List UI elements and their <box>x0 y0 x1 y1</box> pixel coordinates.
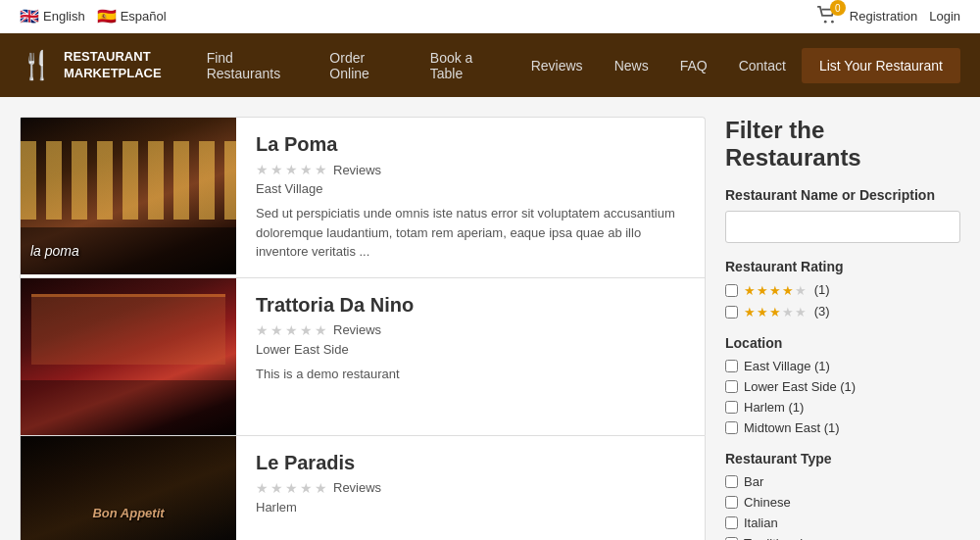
filter-chinese-label[interactable]: Chinese <box>744 495 791 510</box>
restaurant-image-3: Bon Appetit <box>21 436 236 541</box>
filter-rating-4: ★★★★★ (1) <box>725 282 960 298</box>
table-row: Trattoria Da Nino ★ ★ ★ ★ ★ Reviews Lowe… <box>20 277 706 435</box>
filter-name-input[interactable] <box>725 211 960 243</box>
stars-4: ★★★★★ <box>744 283 807 298</box>
restaurant-name[interactable]: La Poma <box>256 133 685 156</box>
filter-name-label: Restaurant Name or Description <box>725 187 960 203</box>
filter-location-east-village: East Village (1) <box>725 359 960 373</box>
top-right-group: 0 Registration Login <box>816 6 960 26</box>
main-container: la poma La Poma ★ ★ ★ ★ ★ Reviews <box>0 97 980 540</box>
restaurant-location: East Village <box>256 181 685 196</box>
filter-harlem-label[interactable]: Harlem (1) <box>744 400 804 415</box>
list-restaurant-button[interactable]: List Your Restaurant <box>802 48 960 83</box>
filter-location-harlem: Harlem (1) <box>725 400 960 415</box>
filter-type-italian: Italian <box>725 515 960 530</box>
registration-link[interactable]: Registration <box>850 9 917 24</box>
restaurant-location: Harlem <box>256 500 685 515</box>
restaurant-location: Lower East Side <box>256 342 685 357</box>
restaurant-info-3: Le Paradis ★ ★ ★ ★ ★ Reviews Harlem <box>236 436 705 541</box>
restaurant-rating: ★ ★ ★ ★ ★ Reviews <box>256 322 685 338</box>
filter-rating-3-label[interactable]: ★★★★★ (3) <box>744 304 830 319</box>
filter-italian-checkbox[interactable] <box>725 516 738 529</box>
filter-type-chinese: Chinese <box>725 495 960 510</box>
filter-midtown-east-label[interactable]: Midtown East (1) <box>744 420 840 435</box>
filter-type-bar: Bar <box>725 474 960 489</box>
nav-faq[interactable]: FAQ <box>664 33 723 97</box>
english-label: English <box>43 9 85 24</box>
filter-location-midtown-east: Midtown East (1) <box>725 420 960 435</box>
reviews-label[interactable]: Reviews <box>333 322 381 337</box>
svg-point-1 <box>831 21 834 24</box>
filter-harlem-checkbox[interactable] <box>725 401 738 414</box>
filter-east-village-checkbox[interactable] <box>725 360 738 372</box>
filter-rating-label: Restaurant Rating <box>725 259 960 274</box>
espanol-label: Español <box>121 9 167 24</box>
brand[interactable]: 🍴 RESTAURANT MARKETPLACE <box>20 49 162 82</box>
filter-location-label: Location <box>725 335 960 351</box>
rating-4-count: (1) <box>814 282 830 297</box>
table-row: la poma La Poma ★ ★ ★ ★ ★ Reviews <box>20 117 706 277</box>
nav-links: Find Restaurants Order Online Book a Tab… <box>191 33 802 97</box>
cart-icon[interactable]: 0 <box>816 6 838 26</box>
nav-reviews[interactable]: Reviews <box>515 33 599 97</box>
language-group: 🇬🇧 English 🇪🇸 Español <box>20 7 167 25</box>
restaurant-rating: ★ ★ ★ ★ ★ Reviews <box>256 480 685 496</box>
top-bar: 🇬🇧 English 🇪🇸 Español 0 Registration Log… <box>0 0 980 33</box>
nav-find-restaurants[interactable]: Find Restaurants <box>191 33 315 97</box>
reviews-label[interactable]: Reviews <box>333 163 381 177</box>
filter-rating-section: Restaurant Rating ★★★★★ (1) ★★★★★ (3) <box>725 259 960 319</box>
nav-news[interactable]: News <box>599 33 664 97</box>
english-flag: 🇬🇧 <box>20 7 39 25</box>
nav-order-online[interactable]: Order Online <box>314 33 414 97</box>
filter-rating-3: ★★★★★ (3) <box>725 304 960 319</box>
restaurant-rating: ★ ★ ★ ★ ★ Reviews <box>256 162 685 177</box>
filter-location-section: Location East Village (1) Lower East Sid… <box>725 335 960 435</box>
restaurant-info-2: Trattoria Da Nino ★ ★ ★ ★ ★ Reviews Lowe… <box>236 278 705 435</box>
filter-type-label: Restaurant Type <box>725 451 960 466</box>
filter-type-section: Restaurant Type Bar Chinese Italian Trad… <box>725 451 960 540</box>
login-link[interactable]: Login <box>929 9 960 24</box>
filter-panel: Filter the Restaurants Restaurant Name o… <box>725 117 960 540</box>
filter-lower-east-side-checkbox[interactable] <box>725 380 738 393</box>
restaurant-info-1: La Poma ★ ★ ★ ★ ★ Reviews East Village S… <box>236 118 705 277</box>
filter-lower-east-side-label[interactable]: Lower East Side (1) <box>744 379 856 394</box>
brand-text: RESTAURANT MARKETPLACE <box>64 49 162 82</box>
filter-name-section: Restaurant Name or Description <box>725 187 960 243</box>
lang-espanol[interactable]: 🇪🇸 Español <box>97 7 167 25</box>
filter-rating-3-checkbox[interactable] <box>725 306 738 319</box>
filter-bar-label[interactable]: Bar <box>744 474 763 489</box>
filter-location-lower-east-side: Lower East Side (1) <box>725 379 960 394</box>
restaurant-image-2 <box>21 278 236 435</box>
stars-3: ★★★★★ <box>744 305 807 319</box>
restaurant-image-1: la poma <box>21 118 236 274</box>
svg-point-0 <box>824 21 827 24</box>
restaurant-description: Sed ut perspiciatis unde omnis iste natu… <box>256 204 685 262</box>
cart-badge: 0 <box>830 0 846 16</box>
filter-traditional-label[interactable]: Traditional <box>744 536 803 540</box>
nav-book-table[interactable]: Book a Table <box>415 33 515 97</box>
rating-3-count: (3) <box>814 304 830 319</box>
restaurant-description: This is a demo restaurant <box>256 365 685 384</box>
espanol-flag: 🇪🇸 <box>97 7 117 25</box>
stars-display: ★ ★ ★ ★ ★ <box>256 162 327 177</box>
filter-rating-4-label[interactable]: ★★★★★ (1) <box>744 282 830 298</box>
nav-contact[interactable]: Contact <box>723 33 802 97</box>
filter-midtown-east-checkbox[interactable] <box>725 421 738 434</box>
filter-chinese-checkbox[interactable] <box>725 496 738 509</box>
filter-east-village-label[interactable]: East Village (1) <box>744 359 830 373</box>
filter-italian-label[interactable]: Italian <box>744 515 778 530</box>
stars-display: ★ ★ ★ ★ ★ <box>256 480 327 496</box>
stars-display: ★ ★ ★ ★ ★ <box>256 322 327 338</box>
restaurant-name[interactable]: Trattoria Da Nino <box>256 294 685 317</box>
filter-type-traditional: Traditional <box>725 536 960 540</box>
filter-bar-checkbox[interactable] <box>725 475 738 488</box>
main-nav: 🍴 RESTAURANT MARKETPLACE Find Restaurant… <box>0 33 980 97</box>
restaurant-list: la poma La Poma ★ ★ ★ ★ ★ Reviews <box>20 117 706 540</box>
table-row: Bon Appetit Le Paradis ★ ★ ★ ★ ★ Reviews <box>20 435 706 541</box>
reviews-label[interactable]: Reviews <box>333 480 381 495</box>
filter-title: Filter the Restaurants <box>725 117 960 172</box>
filter-rating-4-checkbox[interactable] <box>725 284 738 297</box>
lang-english[interactable]: 🇬🇧 English <box>20 7 85 25</box>
restaurant-name[interactable]: Le Paradis <box>256 452 685 474</box>
brand-icon: 🍴 <box>20 49 54 81</box>
